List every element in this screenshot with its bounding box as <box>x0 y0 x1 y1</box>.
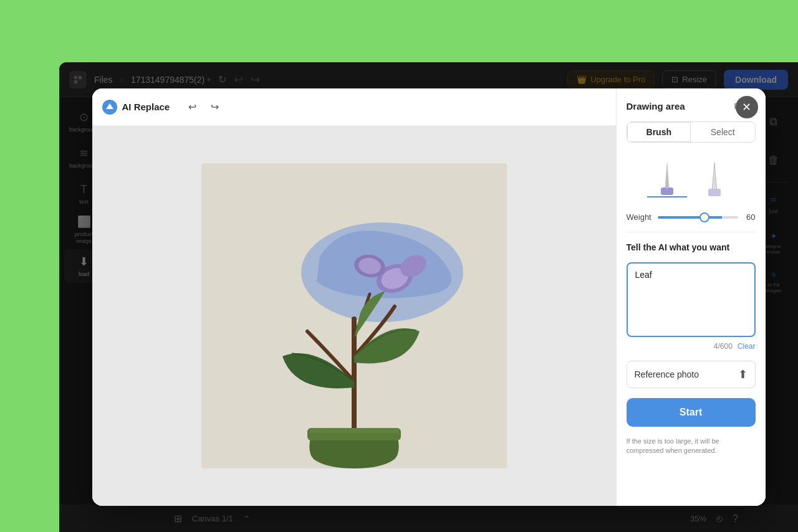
prompt-meta: 4/600 Clear <box>627 342 756 351</box>
modal-undo-redo: ↩ ↪ <box>182 97 224 117</box>
modal-undo-button[interactable]: ↩ <box>182 97 202 117</box>
modal-redo-button[interactable]: ↪ <box>204 97 224 117</box>
brush-preview-1[interactable] <box>647 158 687 197</box>
brush-tab[interactable]: Brush <box>627 122 691 142</box>
drawing-area-title: Drawing area <box>627 101 685 112</box>
ai-prompt-container: Leaf 4/600 Clear <box>627 262 756 351</box>
modal: ✕ AI Replace ↩ ↪ <box>92 88 766 506</box>
modal-close-button[interactable]: ✕ <box>736 96 758 118</box>
clear-button[interactable]: Clear <box>738 342 756 351</box>
weight-value: 60 <box>744 212 756 222</box>
select-tab[interactable]: Select <box>691 122 755 142</box>
ai-prompt-label: Tell the AI what you want <box>627 242 756 252</box>
ai-replace-icon <box>102 100 117 115</box>
brush-preview-2[interactable] <box>695 158 734 197</box>
modal-canvas-panel: AI Replace ↩ ↪ <box>92 88 616 506</box>
weight-slider[interactable] <box>658 216 738 219</box>
char-count: 4/600 <box>714 342 733 351</box>
svg-marker-3 <box>106 103 113 109</box>
start-button[interactable]: Start <box>627 398 756 427</box>
modal-toolbar: AI Replace ↩ ↪ <box>92 88 616 126</box>
ai-prompt-input[interactable]: Leaf <box>627 262 756 337</box>
weight-label: Weight <box>627 212 651 222</box>
svg-rect-15 <box>708 189 721 196</box>
tool-tabs: Brush Select <box>627 121 756 143</box>
weight-row: Weight 60 <box>627 212 756 222</box>
divider-1 <box>627 232 756 232</box>
upload-icon: ⬆ <box>738 368 748 381</box>
brush-previews <box>627 153 756 202</box>
modal-tool-name: AI Replace <box>102 100 170 115</box>
plant-image <box>201 163 507 468</box>
svg-rect-13 <box>309 428 399 433</box>
modal-image-container <box>92 126 616 506</box>
compress-note: If the size is too large, it will be com… <box>627 437 756 456</box>
reference-photo-row[interactable]: Reference photo ⬆ <box>627 361 756 388</box>
modal-overlay: ✕ AI Replace ↩ ↪ <box>59 62 798 532</box>
modal-panel: Drawing area Reset Brush Select <box>616 88 766 506</box>
app-window: Files › 1713149794875(2) ▾ ↻ ↩ ↪ 👑 Upgra… <box>59 62 798 532</box>
reference-photo-label: Reference photo <box>635 369 699 379</box>
